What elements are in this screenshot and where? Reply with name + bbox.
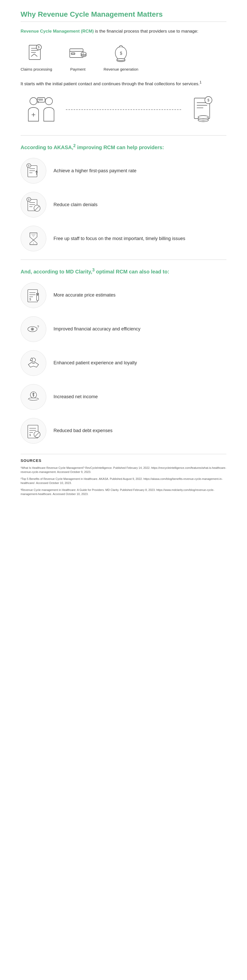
price-estimates-icon: $ — [21, 282, 47, 308]
revenue-item: $ Revenue generation — [104, 42, 138, 72]
benefit-financial-accuracy: ? Improved financial accuracy and effici… — [21, 316, 226, 342]
billing-issues-icon — [21, 226, 47, 251]
source-3: ³Revenue Cycle management in Healthcare:… — [21, 488, 226, 496]
section2-sup: 3 — [92, 267, 95, 272]
claims-item: $ Claims processing — [21, 42, 52, 72]
svg-point-17 — [117, 59, 125, 60]
price-estimates-text: More accurate price estimates — [53, 292, 115, 298]
net-income-text: Increased net income — [53, 394, 98, 400]
svg-text:$: $ — [28, 164, 30, 167]
bad-debt-icon: $ — [21, 418, 47, 444]
section2-heading: And, according to MD Clarity,3 optimal R… — [21, 267, 226, 275]
section1-sup: 2 — [73, 143, 75, 148]
section1-heading2-text: improving RCM can help providers: — [75, 144, 164, 150]
benefit-billing-issues: Free up staff to focus on the most impor… — [21, 226, 226, 251]
page-title: Why Revenue Cycle Management Matters — [21, 10, 226, 19]
svg-text:$: $ — [29, 433, 31, 436]
revenue-label: Revenue generation — [104, 67, 138, 72]
svg-rect-60 — [37, 293, 38, 295]
financial-accuracy-text: Improved financial accuracy and efficien… — [53, 326, 141, 332]
financial-accuracy-icon: ? — [21, 316, 47, 342]
svg-text:$: $ — [38, 45, 40, 49]
section2-divider — [21, 259, 226, 260]
page-container: Why Revenue Cycle Management Matters Rev… — [0, 0, 247, 509]
flow-dotted-line — [66, 109, 181, 110]
patient-experience-icon — [21, 350, 47, 376]
claim-denials-text: Reduce claim denials — [53, 202, 98, 208]
claims-label: Claims processing — [21, 67, 52, 72]
sources-title: SOURCES — [21, 458, 226, 463]
benefit-claim-denials: $ Reduce claim denials — [21, 192, 226, 218]
benefit-net-income: $ Increased net income — [21, 384, 226, 410]
section1-heading-text: According to AKASA, — [21, 144, 73, 150]
svg-point-63 — [32, 329, 33, 330]
payment-label: Payment — [70, 67, 85, 72]
svg-point-18 — [30, 97, 37, 105]
net-income-icon: $ — [21, 384, 47, 410]
document-money-icon: $ — [185, 94, 226, 125]
intro-text: is the financial process that providers … — [94, 29, 198, 33]
section1-heading: According to AKASA,2 improving RCM can h… — [21, 143, 226, 151]
continues-paragraph: It starts with the initial patient conta… — [21, 80, 226, 87]
svg-point-34 — [198, 116, 209, 119]
revenue-icon: $ — [109, 42, 133, 65]
svg-text:$: $ — [120, 51, 122, 56]
svg-rect-10 — [71, 53, 75, 54]
svg-rect-59 — [37, 295, 38, 301]
source-2: ²Top 5 Benefits of Revenue Cycle Managem… — [21, 477, 226, 485]
continues-text: It starts with the initial patient conta… — [21, 81, 199, 86]
flow-diagram: $ — [21, 94, 226, 125]
svg-text:$: $ — [83, 52, 84, 55]
first-pass-icon: $ — [21, 158, 47, 184]
benefit-bad-debt: $ Reduced bad debt expenses — [21, 418, 226, 444]
first-pass-text: Achieve a higher first-pass payment rate — [53, 168, 136, 174]
payment-icon: $ — [66, 42, 90, 65]
patient-icon — [21, 94, 62, 125]
section2-heading-text: And, according to MD Clarity, — [21, 269, 92, 274]
claims-icon: $ — [25, 42, 48, 65]
source-1: ¹What Is Healthcare Revenue Cycle Manage… — [21, 466, 226, 474]
icons-row: $ Claims processing — [21, 42, 226, 72]
svg-text:$: $ — [28, 198, 30, 201]
intro-paragraph: Revenue Cycle Management (RCM) is the fi… — [21, 28, 226, 35]
intro-highlight: Revenue Cycle Management (RCM) — [21, 29, 94, 33]
patient-experience-text: Enhanced patient experience and loyalty — [53, 360, 137, 366]
svg-text:$: $ — [207, 98, 209, 102]
section2-heading2-text: optimal RCM can also lead to: — [95, 269, 169, 274]
svg-point-21 — [45, 97, 53, 105]
billing-issues-text: Free up staff to focus on the most impor… — [53, 235, 185, 242]
bad-debt-text: Reduced bad debt expenses — [53, 428, 112, 434]
benefit-price-estimates: $ More accurate price estimates — [21, 282, 226, 308]
benefit-first-pass: $ Achieve a higher first-pass payment ra… — [21, 158, 226, 184]
payment-item: $ Payment — [63, 42, 93, 72]
claim-denials-icon: $ — [21, 192, 47, 218]
continues-superscript: 1 — [199, 80, 202, 84]
benefit-patient-experience: Enhanced patient experience and loyalty — [21, 350, 226, 376]
svg-text:$: $ — [29, 298, 31, 301]
svg-text:?: ? — [37, 325, 39, 329]
sources-section: SOURCES ¹What Is Healthcare Revenue Cycl… — [21, 454, 226, 496]
